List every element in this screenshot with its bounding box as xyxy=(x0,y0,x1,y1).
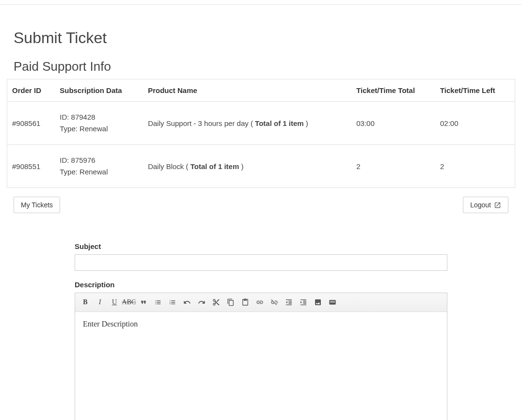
cut-icon[interactable] xyxy=(210,296,222,309)
copy-icon[interactable] xyxy=(224,296,237,309)
cell-order-id: #908551 xyxy=(7,145,55,188)
top-divider xyxy=(0,0,522,5)
redo-icon[interactable] xyxy=(195,296,208,309)
bold-icon[interactable]: B xyxy=(79,296,92,309)
cell-subscription: ID: 879428 Type: Renewal xyxy=(55,102,143,145)
image-icon[interactable] xyxy=(312,296,324,309)
unlink-icon[interactable] xyxy=(268,296,281,309)
editor-toolbar: B I U ABC xyxy=(75,293,447,312)
italic-icon[interactable]: I xyxy=(94,296,106,309)
table-row: #908561 ID: 879428 Type: Renewal Daily S… xyxy=(7,102,515,145)
outdent-icon[interactable] xyxy=(283,296,295,309)
bullet-list-icon[interactable] xyxy=(152,296,164,309)
subject-input[interactable] xyxy=(75,254,447,271)
logout-button[interactable]: Logout xyxy=(463,197,508,213)
col-subscription: Subscription Data xyxy=(55,79,143,102)
indent-icon[interactable] xyxy=(297,296,310,309)
cell-subscription: ID: 875976 Type: Renewal xyxy=(55,145,143,188)
undo-icon[interactable] xyxy=(181,296,193,309)
my-tickets-button[interactable]: My Tickets xyxy=(14,197,60,213)
description-label: Description xyxy=(75,280,447,289)
numbered-list-icon[interactable] xyxy=(166,296,179,309)
external-link-icon xyxy=(494,202,501,209)
strikethrough-icon[interactable]: ABC xyxy=(123,296,135,309)
cell-product: Daily Support - 3 hours per day ( Total … xyxy=(143,102,351,145)
blockquote-icon[interactable] xyxy=(137,296,150,309)
description-editor: B I U ABC xyxy=(75,293,447,420)
table-row: #908551 ID: 875976 Type: Renewal Daily B… xyxy=(7,145,515,188)
paste-icon[interactable] xyxy=(239,296,252,309)
subject-label: Subject xyxy=(75,242,447,250)
description-textarea[interactable]: Enter Description xyxy=(75,312,447,420)
cell-total: 03:00 xyxy=(351,102,435,145)
col-total: Ticket/Time Total xyxy=(351,79,435,102)
link-icon[interactable] xyxy=(253,296,266,309)
col-left: Ticket/Time Left xyxy=(435,79,515,102)
cell-left: 2 xyxy=(435,145,515,188)
col-order-id: Order ID xyxy=(7,79,55,102)
cell-left: 02:00 xyxy=(435,102,515,145)
cell-total: 2 xyxy=(351,145,435,188)
section-title: Paid Support Info xyxy=(14,59,515,74)
keyboard-icon[interactable] xyxy=(326,296,339,309)
cell-order-id: #908561 xyxy=(7,102,55,145)
cell-product: Daily Block ( Total of 1 item ) xyxy=(143,145,351,188)
underline-icon[interactable]: U xyxy=(108,296,121,309)
support-info-table: Order ID Subscription Data Product Name … xyxy=(7,79,515,188)
col-product: Product Name xyxy=(143,79,351,102)
page-title: Submit Ticket xyxy=(14,29,515,47)
